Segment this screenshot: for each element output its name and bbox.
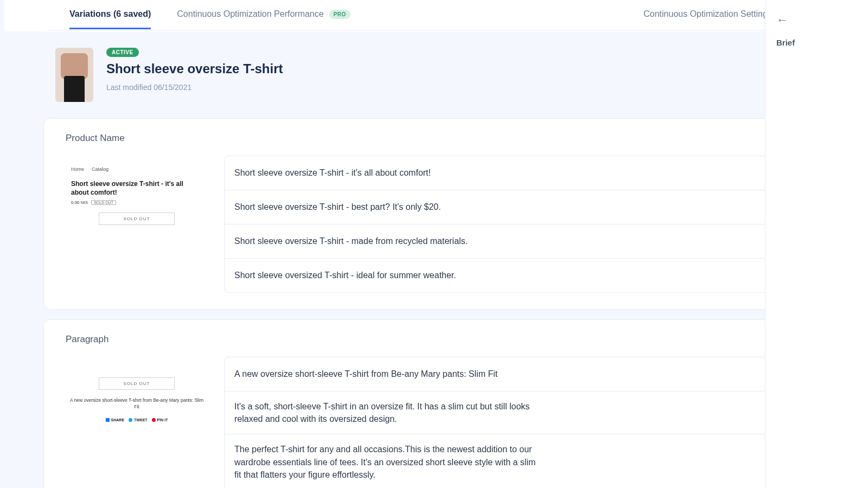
paragraph-card: Paragraph SOLD OUT A new oversize short-… (43, 319, 825, 488)
preview-title: Short sleeve oversize T-shirt - it's all… (70, 179, 203, 197)
content-area: ACTIVE Short sleeve oversize T-shirt Las… (0, 31, 868, 488)
variation-text: It's a soft, short-sleeve T-shirt in an … (234, 400, 538, 425)
product-header: ACTIVE Short sleeve oversize T-shirt Las… (55, 48, 825, 102)
tab-label: Continuous Optimization Performance (177, 9, 323, 19)
variation-row[interactable]: Short sleeve oversize T-shirt - best par… (225, 190, 808, 224)
variation-list: Short sleeve oversize T-shirt - it's all… (224, 156, 809, 293)
preview-nav-home: Home (71, 166, 84, 172)
product-title: Short sleeve oversize T-shirt (106, 61, 283, 76)
variation-row[interactable]: A new oversize short-sleeve T-shirt from… (225, 357, 808, 391)
right-panel: ← Brief (765, 0, 868, 488)
variation-row[interactable]: The perfect T-shirt for any and all occa… (225, 434, 808, 488)
variation-list: A new oversize short-sleeve T-shirt from… (224, 357, 809, 488)
preview-soldout-badge: SOLD OUT (91, 200, 116, 205)
card-title: Paragraph (66, 334, 108, 345)
back-arrow-icon[interactable]: ← (776, 13, 857, 27)
status-badge: ACTIVE (106, 48, 139, 57)
product-name-card: Product Name Home Catalog Short sleeve o… (43, 118, 825, 310)
variation-text: Short sleeve oversized T-shirt - ideal f… (234, 269, 456, 281)
product-thumbnail (55, 48, 93, 102)
variation-row[interactable]: Short sleeve oversize T-shirt - made fro… (225, 224, 808, 259)
tab-performance[interactable]: Continuous Optimization Performance PRO (177, 1, 350, 29)
card-title: Product Name (66, 133, 125, 144)
share-icon: SHARE (106, 418, 125, 422)
preview-nav-catalog: Catalog (92, 166, 108, 172)
tab-label: Continuous Optimization Settings (643, 9, 772, 19)
preview-soldout-button: SOLD OUT (99, 213, 175, 225)
brief-label[interactable]: Brief (776, 38, 857, 47)
variation-text: Short sleeve oversize T-shirt - it's all… (234, 166, 431, 179)
variation-text: The perfect T-shirt for any and all occa… (234, 443, 538, 481)
variation-text: Short sleeve oversize T-shirt - best par… (234, 201, 441, 213)
variation-text: Short sleeve oversize T-shirt - made fro… (234, 235, 468, 247)
variation-row[interactable]: Short sleeve oversized T-shirt - ideal f… (225, 259, 808, 292)
pro-badge: PRO (329, 10, 350, 19)
pin-icon: PIN IT (152, 418, 168, 422)
tweet-icon: TWEET (129, 418, 148, 422)
preview-box: Home Catalog Short sleeve oversize T-shi… (66, 156, 208, 293)
preview-price: 0.00 NIS (71, 200, 88, 205)
preview-box: SOLD OUT A new oversize short-sleeve T-s… (66, 357, 208, 488)
preview-paragraph: A new oversize short-sleeve T-shirt from… (70, 397, 203, 410)
variation-text: A new oversize short-sleeve T-shirt from… (234, 368, 497, 380)
variation-row[interactable]: It's a soft, short-sleeve T-shirt in an … (225, 391, 808, 434)
tab-label: Variations (6 saved) (69, 9, 151, 19)
tab-variations[interactable]: Variations (6 saved) (69, 1, 151, 29)
preview-soldout-button: SOLD OUT (99, 377, 175, 390)
variation-row[interactable]: Short sleeve oversize T-shirt - it's all… (225, 156, 808, 190)
last-modified: Last modified 06/15/2021 (106, 83, 283, 92)
tabs-bar: Variations (6 saved) Continuous Optimiza… (48, 0, 820, 30)
